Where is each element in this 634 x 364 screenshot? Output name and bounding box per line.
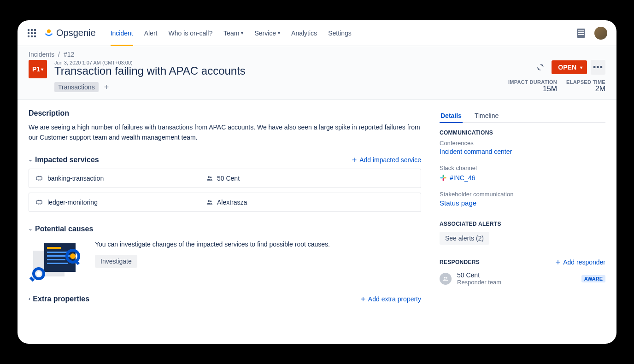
service-icon: [35, 175, 43, 182]
svg-point-6: [210, 200, 211, 202]
svg-point-0: [47, 29, 51, 33]
svg-rect-22: [444, 177, 446, 179]
add-extra-property-button[interactable]: Add extra property: [360, 295, 421, 303]
nav-settings[interactable]: Settings: [323, 20, 357, 46]
description-heading: Description: [29, 109, 421, 117]
chevron-down-icon: ▾: [580, 65, 582, 70]
svg-point-25: [446, 277, 447, 278]
potential-causes-toggle[interactable]: ⌄ Potential causes: [29, 225, 93, 233]
chevron-down-icon: ▾: [41, 67, 43, 72]
svg-point-16: [70, 253, 76, 259]
svg-point-2: [208, 176, 210, 178]
svg-rect-9: [47, 247, 61, 249]
service-name: banking-transaction: [47, 175, 104, 182]
impact-duration-label: IMPACT DURATION: [508, 79, 557, 85]
status-button[interactable]: OPEN ▾: [552, 60, 587, 74]
conferences-label: Conferences: [440, 140, 605, 147]
responder-row[interactable]: 50 Cent Responder team AWARE: [440, 271, 605, 286]
communications-label: COMMUNICATIONS: [440, 129, 605, 136]
brand-logo[interactable]: Opsgenie: [44, 28, 96, 38]
app-switcher-icon[interactable]: [27, 28, 37, 38]
nav-team[interactable]: Team ▾: [218, 20, 249, 46]
svg-rect-13: [47, 263, 68, 264]
impact-duration-value: 15M: [508, 85, 557, 93]
team-icon: [206, 199, 213, 206]
extra-properties-toggle[interactable]: › Extra properties: [29, 295, 89, 303]
tag[interactable]: Transactions: [54, 82, 99, 92]
breadcrumb-root[interactable]: Incidents: [29, 51, 54, 58]
svg-rect-20: [443, 175, 444, 177]
incident-title: Transaction failing with APAC accounts: [54, 65, 508, 77]
aware-badge: AWARE: [581, 275, 605, 282]
svg-point-24: [444, 276, 446, 278]
responder-name: 50 Cent: [457, 271, 576, 279]
svg-rect-1: [36, 176, 42, 180]
responder-role: Responder team: [457, 279, 576, 286]
slack-channel-link[interactable]: #INC_46: [450, 174, 475, 182]
tab-details[interactable]: Details: [440, 109, 463, 123]
description-body: We are seeing a high number of failures …: [29, 122, 421, 143]
chevron-down-icon: ▾: [278, 30, 280, 35]
svg-point-5: [208, 200, 210, 202]
elapsed-time-label: ELAPSED TIME: [566, 79, 605, 85]
tab-timeline[interactable]: Timeline: [474, 109, 499, 123]
svg-point-19: [36, 271, 41, 276]
svg-point-3: [210, 176, 211, 178]
svg-rect-4: [36, 200, 42, 204]
priority-badge[interactable]: P1 ▾: [29, 60, 47, 78]
slack-channel-label: Slack channel: [440, 164, 605, 171]
brand-name: Opsgenie: [56, 28, 96, 38]
service-team: 50 Cent: [217, 175, 240, 182]
chevron-down-icon: ⌄: [29, 226, 32, 231]
nav-service[interactable]: Service ▾: [249, 20, 286, 46]
chevron-down-icon: ▾: [241, 30, 243, 35]
stakeholder-communication-label: Stakeholder communication: [440, 191, 605, 198]
svg-rect-12: [47, 259, 65, 260]
help-docs-icon[interactable]: [577, 29, 585, 38]
add-tag-button[interactable]: +: [102, 82, 111, 92]
svg-rect-21: [440, 177, 443, 179]
slack-icon: [440, 174, 447, 182]
service-row[interactable]: banking-transaction 50 Cent: [29, 169, 421, 188]
add-impacted-service-button[interactable]: Add impacted service: [351, 156, 421, 164]
service-name: ledger-monitoring: [47, 199, 98, 206]
plus-icon: [555, 259, 561, 265]
associated-alerts-label: ASSOCIATED ALERTS: [440, 221, 605, 227]
more-actions-button[interactable]: •••: [591, 60, 605, 75]
impacted-services-toggle[interactable]: ⌄ Impacted services: [29, 156, 99, 164]
service-icon: [35, 199, 43, 206]
investigate-illustration: [29, 240, 84, 282]
service-team: Alextrasza: [217, 199, 247, 206]
causes-text: You can investigate changes of the impac…: [95, 240, 330, 249]
investigate-button[interactable]: Investigate: [95, 255, 137, 268]
breadcrumb: Incidents / #12: [29, 51, 605, 58]
elapsed-time-value: 2M: [566, 85, 605, 93]
breadcrumb-leaf[interactable]: #12: [64, 51, 74, 58]
refresh-icon[interactable]: [533, 60, 548, 75]
responders-label: RESPONDERS: [440, 259, 480, 265]
nav-analytics[interactable]: Analytics: [286, 20, 323, 46]
team-avatar-icon: [440, 273, 452, 285]
user-avatar[interactable]: [594, 27, 607, 40]
nav-incident[interactable]: Incident: [105, 20, 139, 46]
plus-icon: [360, 296, 366, 302]
team-icon: [206, 175, 213, 182]
nav-who-on-call[interactable]: Who is on-call?: [163, 20, 218, 46]
chevron-down-icon: ⌄: [29, 157, 32, 162]
nav-alert[interactable]: Alert: [139, 20, 163, 46]
service-row[interactable]: ledger-monitoring Alextrasza: [29, 193, 421, 212]
svg-rect-23: [443, 178, 444, 181]
plus-icon: [351, 157, 358, 163]
incident-command-center-link[interactable]: Incident command center: [440, 148, 605, 155]
see-alerts-button[interactable]: See alerts (2): [440, 232, 489, 245]
status-page-link[interactable]: Status page: [440, 199, 605, 207]
chevron-right-icon: ›: [29, 296, 30, 301]
opsgenie-icon: [44, 29, 53, 38]
add-responder-button[interactable]: Add responder: [555, 258, 605, 266]
